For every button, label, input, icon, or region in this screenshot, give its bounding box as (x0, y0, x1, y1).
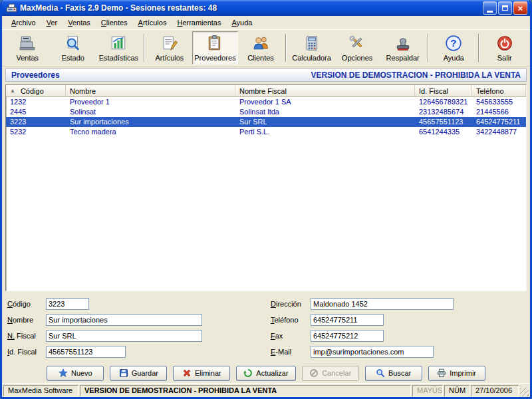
suppliers-table: ▲Código Nombre Nombre Fiscal Id. Fiscal … (5, 84, 527, 291)
column-label: Teléfono (476, 87, 504, 95)
cell-telefono: 545633555 (472, 97, 526, 107)
column-label: Nombre Fiscal (239, 87, 287, 95)
demo-notice: VERSION DE DEMOSTRACION - PROHIBIDA LA V… (311, 70, 521, 80)
close-button[interactable]: × (513, 1, 527, 15)
detail-form: Código Nombre N. Fiscal Id. Fiscal Direc… (2, 294, 530, 363)
direccion-label: Dirección (271, 300, 311, 308)
toolbar-salir-button[interactable]: Salir (481, 31, 527, 65)
statusbar: MaxMedia Software VERSION DE DEMOSTRACIO… (2, 383, 530, 397)
nuevo-button[interactable]: Nuevo (47, 366, 104, 381)
n-fiscal-input[interactable] (46, 330, 202, 342)
cell-codigo: 3223 (6, 117, 66, 127)
people-icon (251, 34, 270, 53)
cell-telefono: 64524775211 (472, 117, 526, 127)
table-row[interactable]: 1232 Proveedor 1 Proveedor 1 SA 12645678… (6, 97, 526, 107)
column-header-telefono[interactable]: Teléfono (472, 85, 526, 97)
eliminar-button[interactable]: Eliminar (173, 366, 230, 381)
telefono-input[interactable] (311, 314, 384, 326)
toolbar-label: Estado (62, 54, 84, 62)
minimize-button[interactable] (483, 1, 497, 15)
new-star-icon (59, 368, 68, 378)
maximize-icon (502, 5, 508, 11)
page-title: Proveedores (11, 70, 60, 80)
cell-nombre: Tecno madera (66, 127, 235, 137)
statusbar-date: 27/10/2006 (471, 385, 519, 396)
table-row[interactable]: 2445 Solinsat Solinsat ltda 23132485674 … (6, 107, 526, 117)
toolbar-clientes-button[interactable]: Clientes (238, 31, 284, 65)
menu-ayuda[interactable]: Ayuda (226, 17, 257, 28)
codigo-input[interactable] (46, 298, 89, 310)
toolbar-ventas-button[interactable]: Ventas (5, 31, 51, 65)
toolbar-separator (144, 34, 145, 62)
statusbar-company: MaxMedia Software (3, 385, 78, 396)
toolbar-articulos-button[interactable]: Artículos (147, 31, 193, 65)
guardar-button[interactable]: Guardar (110, 366, 167, 381)
tools-icon (348, 34, 366, 53)
id-fiscal-label: Id. Fiscal (7, 348, 46, 356)
button-label: Guardar (132, 369, 158, 377)
menu-ver[interactable]: Ver (41, 17, 63, 28)
table-body: 1232 Proveedor 1 Proveedor 1 SA 12645678… (6, 97, 526, 291)
toolbar-label: Artículos (156, 54, 184, 62)
num-lock-indicator: NÚM (444, 385, 469, 396)
window-title: MaxMedia - Faxis 2.9 Demo - Sesiones res… (20, 3, 483, 13)
toolbar-label: Estadísticas (99, 54, 138, 62)
nombre-input[interactable] (46, 314, 202, 326)
nombre-label: Nombre (7, 316, 46, 324)
sort-asc-icon: ▲ (10, 88, 15, 94)
app-icon (6, 3, 17, 14)
resize-grip[interactable] (520, 388, 529, 396)
id-fiscal-input[interactable] (46, 346, 126, 358)
toolbar-estadisticas-button[interactable]: Estadísticas (96, 31, 142, 65)
toolbar-separator (285, 34, 287, 62)
cell-telefono: 21445566 (472, 107, 526, 117)
cell-nombre-fiscal: Proveedor 1 SA (235, 97, 415, 107)
cancelar-button[interactable]: Cancelar (302, 366, 359, 381)
column-header-codigo[interactable]: ▲Código (6, 85, 66, 97)
imprimir-button[interactable]: Imprimir (428, 366, 485, 381)
menu-clientes[interactable]: Clientes (96, 17, 133, 28)
column-header-nombre[interactable]: Nombre (66, 85, 235, 97)
section-header: Proveedores VERSION DE DEMOSTRACION - PR… (5, 68, 527, 82)
maximize-button[interactable] (498, 1, 512, 15)
buscar-button[interactable]: Buscar (365, 366, 422, 381)
email-input[interactable] (311, 346, 434, 358)
table-row[interactable]: 5232 Tecno madera Perti S.L. 6541244335 … (6, 127, 526, 137)
cell-nombre-fiscal: Perti S.L. (235, 127, 415, 137)
toolbar-proveedores-button[interactable]: Proveedores (192, 31, 238, 65)
direccion-input[interactable] (311, 298, 454, 310)
menu-herramientas[interactable]: Herramientas (172, 17, 226, 28)
toolbar-estado-button[interactable]: Estado (51, 31, 96, 65)
menu-articulos[interactable]: Artículos (133, 17, 172, 28)
button-label: Nuevo (71, 369, 92, 377)
table-row-selected[interactable]: 3223 Sur importaciones Sur SRL 456575511… (6, 117, 526, 127)
menu-ventas[interactable]: Ventas (63, 17, 96, 28)
fax-label: Fax (271, 332, 311, 340)
actualizar-button[interactable]: Actualizar (236, 366, 295, 381)
button-label: Buscar (388, 369, 411, 377)
toolbar-separator (478, 34, 479, 62)
column-header-nombre-fiscal[interactable]: Nombre Fiscal (235, 85, 415, 97)
menu-archivo[interactable]: Archivo (6, 17, 41, 28)
toolbar-separator (428, 34, 429, 62)
toolbar-respaldar-button[interactable]: Respaldar (380, 31, 426, 65)
toolbar-opciones-button[interactable]: Opciones (334, 31, 380, 65)
toolbar-label: Calculadora (292, 54, 331, 62)
column-label: Nombre (70, 87, 96, 95)
refresh-icon (243, 368, 253, 378)
column-label: Id. Fiscal (419, 87, 448, 95)
cell-nombre: Proveedor 1 (66, 97, 235, 107)
toolbar-ayuda-button[interactable]: ? Ayuda (431, 31, 477, 65)
toolbar-calculadora-button[interactable]: Calculadora (289, 31, 334, 65)
save-disk-icon (119, 368, 128, 378)
fax-input[interactable] (311, 330, 384, 342)
exit-icon (495, 34, 514, 53)
menubar: Archivo Ver Ventas Clientes Artículos He… (2, 16, 530, 30)
close-icon: × (518, 4, 523, 13)
magnifier-document-icon (64, 34, 82, 53)
cell-codigo: 2445 (6, 107, 66, 117)
svg-text:?: ? (451, 37, 457, 49)
column-header-id-fiscal[interactable]: Id. Fiscal (415, 85, 472, 97)
titlebar[interactable]: MaxMedia - Faxis 2.9 Demo - Sesiones res… (2, 0, 530, 16)
help-icon: ? (444, 34, 463, 53)
